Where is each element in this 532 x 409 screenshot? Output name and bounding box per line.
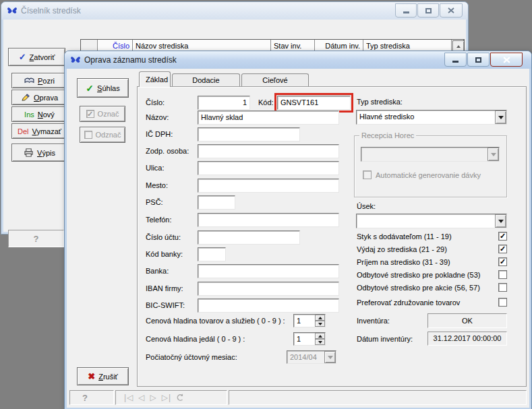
banka-input[interactable] (198, 264, 339, 278)
poc-mesiac-label: Počiatočný účtovný mesiac: (146, 353, 237, 361)
iban-firmy-label: IBAN firmy: (146, 284, 183, 292)
cislo-input[interactable]: 1 (198, 96, 250, 110)
odbytove-akcie-checkbox[interactable] (498, 283, 507, 292)
styk-s-dodavatelom-checkbox[interactable]: ✓ (498, 232, 507, 241)
zodp-osoba-input[interactable] (198, 144, 339, 158)
cislo-uctu-input[interactable] (198, 230, 300, 245)
nav-last-button[interactable]: ▷| (162, 393, 171, 402)
pozri-label: Pozri (38, 77, 55, 85)
preferovat-zdruzovanie-checkbox[interactable] (498, 298, 507, 307)
automaticke-generovanie-checkbox[interactable] (363, 170, 372, 179)
ulica-label: Ulica: (146, 164, 165, 172)
nav-next-button[interactable]: ▷ (150, 393, 157, 402)
red-cross-icon: ✖ (88, 371, 95, 381)
usek-dropdown-button[interactable] (495, 214, 506, 228)
close-button[interactable] (440, 3, 463, 18)
cenova-jedal-spin-up[interactable] (315, 333, 325, 339)
kod-banky-label: Kód banky: (146, 250, 183, 258)
cenova-tovarov-spin-up[interactable] (315, 315, 325, 321)
zodp-osoba-label: Zodp. osoba: (146, 147, 189, 155)
cenova-jedal-label: Cenová hladina jedál ( 0 - 9 ) : (146, 335, 245, 343)
telefon-label: Telefón: (146, 216, 172, 224)
app-butterfly-icon (70, 55, 81, 65)
dialog-navigator-panel: |◁ ◁ ▷ ▷| (115, 390, 227, 405)
novy-label: Nový (38, 111, 55, 119)
help-icon: ? (82, 393, 88, 403)
dialog-client-area: ✓ Súhlas ✓ Označ Odznač ✖ Zrušiť Základ … (67, 69, 529, 408)
dialog-restore-button[interactable] (467, 53, 490, 67)
nav-refresh-icon[interactable] (176, 394, 184, 402)
tab-cielove-strediska[interactable]: Cieľové strediská (241, 73, 309, 87)
zatvorit-button[interactable]: ✓ Zatvoriť (8, 48, 65, 66)
typ-strediska-dropdown-button[interactable] (495, 111, 506, 124)
cislo-label: Číslo: (146, 98, 165, 106)
mesto-input[interactable] (198, 179, 339, 193)
green-check-icon: ✓ (86, 83, 94, 94)
ic-dph-input[interactable] (198, 127, 300, 141)
check-icon: ✓ (19, 52, 26, 62)
mdi-workspace: Číselník stredísk ✓ Zatvoriť Pozri Oprav… (0, 0, 532, 409)
recepcia-combo[interactable] (361, 147, 500, 162)
vydaj-zo-strediska-checkbox[interactable]: ✓ (498, 245, 507, 253)
vypis-button[interactable]: Výpis (11, 144, 67, 162)
datum-inventury-value: 31.12.2017 00:00:00 (434, 334, 502, 342)
telefon-input[interactable] (198, 213, 339, 227)
help-status-panel: ? (8, 230, 64, 247)
dialog-close-button[interactable] (490, 53, 523, 67)
oznac-label: Označ (98, 110, 119, 118)
edit-pen-icon (21, 93, 30, 102)
cenova-jedal-spin-down[interactable] (315, 339, 325, 345)
oznac-button[interactable]: ✓ Označ (80, 106, 125, 122)
psc-input[interactable] (198, 195, 235, 210)
dialog-title: Oprava záznamu stredísk (84, 55, 177, 65)
zrusit-label: Zrušiť (98, 373, 118, 381)
kod-banky-input[interactable] (198, 247, 226, 261)
nav-first-button[interactable]: |◁ (124, 393, 134, 402)
del-key-label: Del (18, 127, 29, 135)
cenova-tovarov-spin-down[interactable] (315, 321, 325, 327)
book-icon (24, 77, 34, 84)
novy-button[interactable]: Ins Nový (11, 106, 67, 122)
zrusit-button[interactable]: ✖ Zrušiť (77, 367, 129, 385)
recepcia-horec-groupbox (354, 135, 507, 197)
dialog-oprava-zaznamu: Oprava záznamu stredísk ✓ Súhlas ✓ Označ… (64, 51, 532, 409)
suhlas-button[interactable]: ✓ Súhlas (77, 78, 129, 98)
vydaj-zo-strediska-label: Výdaj zo strediska (21 - 29) (357, 245, 447, 253)
usek-combo[interactable] (356, 214, 507, 228)
spin-down-icon (318, 323, 322, 325)
odbytove-pokladne-checkbox[interactable] (498, 270, 507, 279)
mesto-label: Mesto: (146, 181, 168, 189)
typ-strediska-combo[interactable]: Hlavné stredisko (356, 110, 507, 125)
window-title: Číselník stredísk (21, 6, 81, 15)
bic-swift-input[interactable] (198, 298, 339, 313)
spin-up-icon (318, 317, 322, 319)
cislo-uctu-label: Číslo účtu: (146, 233, 181, 241)
iban-firmy-input[interactable] (198, 282, 339, 296)
odznac-button[interactable]: Odznač (80, 127, 125, 143)
recepcia-dropdown-button[interactable] (487, 148, 499, 161)
restore-icon (425, 8, 432, 13)
preferovat-zdruzovanie-label: Preferovať združovanie tovarov (357, 298, 460, 307)
help-icon: ? (34, 234, 39, 244)
dialog-status-panel-empty (229, 390, 527, 405)
vymazat-button[interactable]: Del Vymazať (11, 123, 67, 139)
restore-button[interactable] (417, 3, 439, 18)
pozri-button[interactable]: Pozri (11, 73, 67, 88)
zatvorit-label: Zatvoriť (30, 53, 55, 61)
bic-swift-label: BIC-SWIFT: (146, 301, 185, 309)
ic-dph-label: IČ DPH: (146, 130, 173, 138)
tab-zaklad[interactable]: Základ (139, 71, 171, 87)
tab-dodacie-strediska[interactable]: Dodacie strediská (172, 73, 240, 87)
nazov-input[interactable]: Hlavný sklad (198, 111, 339, 125)
kod-input[interactable]: GNSVT161 (277, 96, 351, 110)
nav-prev-button[interactable]: ◁ (138, 393, 145, 402)
dialog-minimize-button[interactable] (444, 53, 467, 67)
prijem-na-stredisko-checkbox[interactable]: ✓ (498, 257, 507, 266)
ulica-input[interactable] (198, 161, 339, 175)
oprava-button[interactable]: Oprava (11, 90, 67, 105)
vypis-label: Výpis (37, 149, 55, 157)
poc-mesiac-dropdown-button[interactable] (324, 351, 336, 363)
dropdown-arrow-icon (491, 153, 496, 156)
minimize-button[interactable] (395, 3, 417, 18)
dropdown-arrow-icon (328, 356, 333, 359)
